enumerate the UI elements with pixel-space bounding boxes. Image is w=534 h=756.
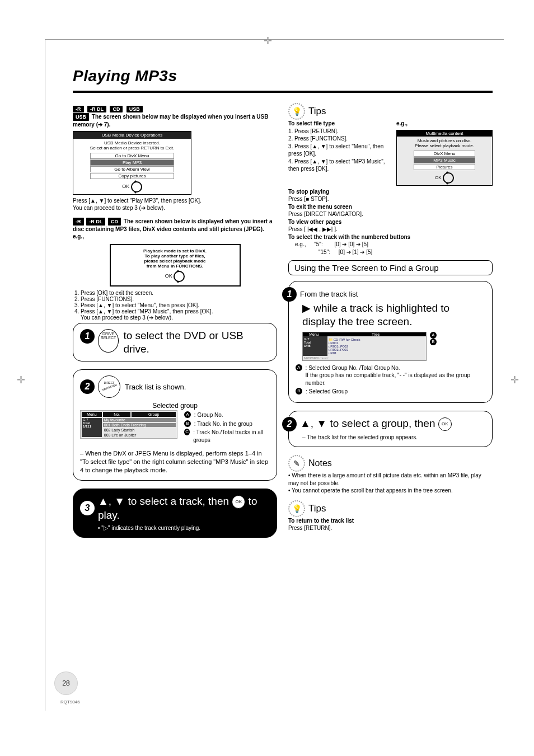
callout-b-icon: B [296, 388, 302, 395]
numbered-ex-key: "5": [314, 241, 322, 247]
title-rule [73, 91, 493, 93]
registration-mark-left: ✛ [17, 374, 25, 386]
page-number: 28 [55, 672, 77, 694]
pre-steps-list: Press [OK] to exit the screen. Press [FU… [73, 290, 277, 321]
step-number-1: 1 [80, 329, 95, 344]
pre-step: Press [FUNCTIONS]. [81, 296, 277, 302]
joystick-icon [131, 181, 142, 192]
tips-heading: Tips [308, 503, 326, 514]
page-title: Playing MP3s [73, 67, 493, 85]
step-number-2: 2 [80, 379, 95, 394]
tree-step-1-text: ▶ while a track is highlighted to displa… [302, 302, 485, 328]
eg-label: e.g., [396, 120, 493, 128]
multimedia-content-panel: Multimedia content Music and pictures on… [396, 130, 493, 186]
tree-panel: MenuTree G 7Total1/45 📁 CD-RW for Check … [302, 332, 427, 361]
step-number-1: 1 [282, 287, 297, 302]
notes-icon: ✎ [288, 455, 305, 472]
step-3-foot: • "▷" indicates the track currently play… [98, 524, 270, 532]
badge-cd: CD [110, 106, 123, 112]
usb-panel-row: Copy pictures [90, 173, 174, 179]
usb-note: USB The screen shown below may be displa… [73, 113, 277, 129]
step-3-text: ▲, ▼ to select a track, then OK to play. [98, 495, 270, 522]
step-2-box: 2 DIRECTNAVIGATOR Track list is shown. S… [73, 369, 277, 481]
badge-rdl: -R DL [86, 218, 105, 226]
usb-panel-row: Go to Album View [90, 166, 174, 172]
notes-heading: Notes [308, 458, 332, 468]
drive-select-button[interactable]: DRIVE SELECT [98, 329, 119, 353]
mm-panel-sub: Music and pictures on disc. Please selec… [397, 137, 492, 150]
registration-mark-right: ✛ [510, 374, 519, 386]
playback-mode-dialog: Playback mode is set to DivX. To play an… [110, 244, 241, 287]
callout-a-icon: A [296, 364, 302, 371]
badge-r: -R [73, 218, 84, 226]
tree-step-2-text: ▲, ▼ to select a group, then OK [300, 417, 452, 431]
exit-heading: To exit the menu screen [288, 204, 352, 210]
tree-section-title: Using the Tree Screen to Find a Group [288, 260, 493, 275]
stop-heading: To stop playing [288, 189, 329, 195]
badge-cd: CD [108, 218, 121, 226]
usb-panel-sub: USB Media Device inserted. Select an act… [73, 139, 191, 152]
mm-panel-title: Multimedia content [397, 130, 492, 137]
select-type-step: 2. Press [FUNCTIONS]. [288, 135, 348, 142]
select-file-type-heading: To select file type [288, 120, 335, 126]
ok-label: OK [122, 184, 129, 189]
step-3-box: 3 ▲, ▼ to select a track, then OK to pla… [73, 489, 277, 538]
numbered-heading: To select the track with the numbered bu… [288, 234, 410, 240]
return-heading: To return to the track list [288, 518, 354, 524]
pre-step: Press [OK] to exit the screen. [81, 290, 277, 296]
crop-line-horizontal [45, 39, 504, 40]
callout-a-icon: A [184, 411, 191, 418]
ok-label: OK [435, 175, 442, 180]
crop-line-vertical [45, 39, 45, 711]
return-body: Press [RETURN]. [288, 525, 332, 531]
numbered-ex-key: "15": [318, 249, 330, 255]
badge-rdl: -R DL [87, 106, 106, 112]
step-2-note: – When the DivX or JPEG Menu is displaye… [80, 449, 270, 475]
callout-b-icon: B [184, 420, 191, 427]
track-list-table: MenuNo.Group G 7 Total 1/111 My favourit… [80, 410, 177, 439]
step-1-box: 1 DRIVE SELECT to select the DVD or USB … [73, 323, 277, 362]
ok-label: OK [165, 273, 172, 279]
dialog-text: Playback mode is set to DivX. To play an… [111, 248, 240, 269]
usb-operations-panel: USB Media Device Operations USB Media De… [73, 131, 191, 195]
ok-button[interactable]: OK [232, 495, 245, 509]
tips-icon: 💡 [288, 500, 305, 517]
joystick-icon [174, 271, 185, 282]
selected-group-label: Selected group [80, 401, 270, 410]
document-id: RQT9046 [60, 699, 80, 705]
numbered-ex-val: [0] ➔ [0] ➔ [5] [334, 241, 368, 247]
mm-panel-row: Pictures [414, 164, 475, 170]
tips-icon: 💡 [288, 103, 305, 120]
pre-step: Press [▲, ▼] to select "MP3 Music", then… [81, 308, 277, 321]
eg-label: e.g., [73, 233, 277, 241]
exit-body: Press [DIRECT NAVIGATOR]. [288, 211, 363, 217]
callout-a-icon: A [430, 332, 437, 339]
tree-step-2-box: 2 ▲, ▼ to select a group, then OK – The … [288, 411, 493, 448]
select-type-step: 4. Press [▲, ▼] to select "MP3 Music", t… [288, 158, 385, 172]
numbered-ex-val: [0] ➔ [1] ➔ [5] [339, 249, 372, 255]
other-pages-body: Press [ |◀◀ , ▶▶| ]. [288, 226, 338, 232]
eg-label: e.g., [295, 241, 306, 247]
disc-note: -R -R DL CD The screen shown below is di… [73, 218, 277, 233]
other-pages-heading: To view other pages [288, 219, 341, 225]
tree-step-2-sub: – The track list for the selected group … [302, 434, 485, 442]
ok-button[interactable]: OK [438, 417, 452, 431]
format-badges: -R -R DL CD USB [73, 103, 277, 113]
registration-mark-top: ✛ [264, 35, 272, 47]
step-1-text: to select the DVD or USB drive. [123, 329, 270, 356]
from-track-list: From the track list [300, 289, 358, 299]
callout-b-icon: B [430, 339, 437, 345]
direct-navigator-button[interactable]: DIRECTNAVIGATOR [98, 375, 120, 398]
step-2-text: Track list is shown. [125, 382, 186, 392]
select-type-step: 1. Press [RETURN]. [288, 128, 338, 134]
badge-usb-inline: USB [73, 113, 89, 121]
tree-step-1-box: 1 From the track list ▶ while a track is… [288, 281, 493, 403]
usb-panel-row-selected: Play MP3 [90, 159, 174, 166]
pre-step: Press [▲, ▼] to select "Menu", then pres… [81, 302, 277, 308]
note-item: • When there is a large amount of still … [288, 472, 493, 487]
stop-body: Press [■ STOP]. [288, 196, 329, 202]
mm-panel-row-selected: MP3 Music [414, 157, 475, 163]
joystick-icon [443, 172, 454, 184]
mm-panel-row: DivX Menu [414, 151, 475, 157]
after-panel-text: Press [▲, ▼] to select "Play MP3", then … [73, 197, 277, 212]
